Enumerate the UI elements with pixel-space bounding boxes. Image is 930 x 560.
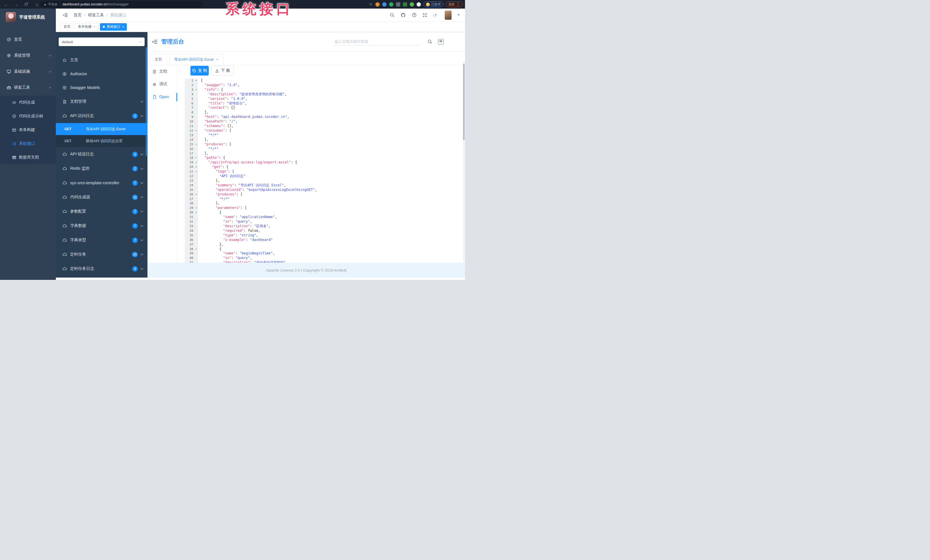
code-editor[interactable]: 1▾{2"swagger": "2.0",3▾"info": {4"descri… bbox=[185, 78, 463, 263]
extension-icon[interactable] bbox=[417, 2, 421, 6]
swagger-menu-item-字典数据[interactable]: 字典数据7 bbox=[56, 219, 148, 233]
fold-icon[interactable]: ▾ bbox=[195, 169, 197, 174]
fold-icon[interactable]: ▾ bbox=[195, 160, 197, 165]
not-secure-warning[interactable]: ▲ 不安全 bbox=[43, 2, 57, 6]
scrollbar-thumb[interactable] bbox=[463, 63, 465, 140]
breadcrumb-item[interactable]: 首页 bbox=[74, 12, 82, 18]
browser-menu-icon[interactable]: ⋮ bbox=[456, 2, 460, 6]
doc-search-input[interactable] bbox=[334, 38, 420, 46]
swagger-menu-item-主页[interactable]: 主页 bbox=[56, 53, 148, 67]
forward-icon[interactable]: → bbox=[14, 2, 19, 7]
bookmark-star-icon[interactable]: ☆ bbox=[369, 2, 373, 7]
swagger-menu-item-定时任务[interactable]: 定时任务10 bbox=[56, 247, 148, 262]
line-number: 5 bbox=[185, 97, 198, 101]
sidebar-item-数据库文档[interactable]: 数据库文档 bbox=[0, 150, 56, 164]
swagger-menu-item-Redis 监控[interactable]: Redis 监控2 bbox=[56, 161, 148, 176]
swagger-menu-item-字典类型[interactable]: 字典类型7 bbox=[56, 233, 148, 247]
api-item-获得API 访问日志分页[interactable]: GET获得API 访问日志分页 bbox=[56, 135, 148, 147]
breadcrumb-item[interactable]: 研发工具 bbox=[88, 12, 104, 18]
address-bar[interactable]: ▲ 不安全 dashboard.yudao.iocoder.cn/tool/sw… bbox=[40, 1, 202, 8]
swagger-menu-item-岗位[interactable]: 岗位 bbox=[56, 276, 148, 278]
fold-icon[interactable]: ▾ bbox=[195, 206, 197, 210]
code-text: "name": "beginBeginTime", bbox=[198, 251, 275, 256]
fold-icon[interactable]: ▾ bbox=[195, 87, 197, 92]
fold-icon[interactable]: ▾ bbox=[195, 156, 197, 160]
tab-label: 主页 bbox=[155, 57, 162, 62]
hamburger-icon[interactable] bbox=[63, 12, 68, 18]
swagger-menu-item-API 错误日志[interactable]: API 错误日志3 bbox=[56, 147, 148, 161]
line-number: 1▾ bbox=[185, 78, 198, 83]
sidebar-item-代码生成[interactable]: 代码生成 bbox=[0, 95, 56, 109]
back-icon[interactable]: ← bbox=[3, 2, 9, 7]
swagger-menu-item-Authorize[interactable]: Authorize bbox=[56, 67, 148, 81]
fold-icon[interactable]: ▾ bbox=[195, 192, 197, 197]
extension-icon[interactable] bbox=[403, 2, 407, 6]
swagger-menu-item-Swagger Models[interactable]: Swagger Models bbox=[56, 81, 148, 94]
profile-paused-badge[interactable]: 已暂停 bbox=[423, 2, 443, 7]
swagger-menu-item-文档管理[interactable]: 文档管理 bbox=[56, 94, 148, 109]
font-size-icon[interactable]: tT bbox=[433, 13, 439, 17]
doc-side-tab-Open[interactable]: Open bbox=[148, 91, 177, 103]
sidebar-scrollbar[interactable] bbox=[146, 47, 147, 156]
extension-icon[interactable] bbox=[410, 2, 414, 6]
api-group-select[interactable]: default bbox=[59, 37, 145, 46]
tag-表单构建[interactable]: 表单构建× bbox=[75, 23, 98, 31]
copy-button[interactable]: 复 制 bbox=[190, 66, 209, 75]
close-icon[interactable]: × bbox=[216, 57, 219, 61]
menu-item-label: sys-sms-template-controller bbox=[70, 181, 129, 185]
close-icon[interactable]: × bbox=[122, 25, 124, 29]
doc-side-tab-文档[interactable]: 文档 bbox=[148, 65, 177, 78]
fold-icon[interactable]: ▾ bbox=[195, 210, 197, 215]
sidebar-item-系统管理[interactable]: 系统管理 bbox=[0, 48, 56, 63]
close-icon[interactable]: × bbox=[93, 25, 95, 29]
line-number: 7 bbox=[185, 106, 198, 110]
page-scrollbar[interactable] bbox=[463, 61, 465, 262]
sidebar-item-代码生成示例[interactable]: 代码生成示例 bbox=[0, 109, 56, 123]
swagger-menu-item-参数配置[interactable]: 参数配置7 bbox=[56, 204, 148, 219]
swagger-menu-item-sys-sms-template-controller[interactable]: sys-sms-template-controller7 bbox=[56, 176, 148, 190]
doc-tab-主页[interactable]: 主页 bbox=[150, 54, 167, 65]
search-icon[interactable] bbox=[428, 39, 433, 44]
language-layout-icon[interactable]: 中 bbox=[438, 39, 444, 44]
api-item-导出API 访问日志 Excel[interactable]: GET导出API 访问日志 Excel bbox=[56, 123, 148, 135]
sidebar-item-基础设施[interactable]: 基础设施 bbox=[0, 63, 56, 80]
swagger-menu-item-API 访问日志[interactable]: API 访问日志2 bbox=[56, 109, 148, 123]
doc-side-tab-调试[interactable]: 调试 bbox=[148, 78, 177, 91]
sidebar-item-首页[interactable]: 首页 bbox=[0, 31, 56, 48]
extension-icon[interactable] bbox=[376, 2, 380, 6]
fold-icon[interactable]: ▾ bbox=[195, 247, 197, 252]
reload-icon[interactable] bbox=[24, 2, 29, 6]
sidebar-item-label: 系统接口 bbox=[19, 141, 51, 146]
fullscreen-icon[interactable] bbox=[423, 13, 427, 17]
code-text: ], bbox=[198, 138, 208, 142]
sidebar-item-研发工具[interactable]: 研发工具 bbox=[0, 80, 56, 95]
search-icon[interactable] bbox=[390, 12, 394, 17]
sidebar-item-表单构建[interactable]: 表单构建 bbox=[0, 123, 56, 137]
chevron-down-icon[interactable] bbox=[457, 14, 460, 16]
help-icon[interactable] bbox=[412, 12, 417, 17]
tab-label: 导出API 访问日志 Excel bbox=[174, 57, 214, 62]
download-button[interactable]: 下 载 bbox=[211, 66, 234, 75]
line-number: 31 bbox=[185, 215, 198, 219]
fold-icon[interactable]: ▾ bbox=[195, 129, 197, 133]
tag-首页[interactable]: 首页 bbox=[61, 23, 73, 31]
swagger-menu-item-定时任务日志[interactable]: 定时任务日志4 bbox=[56, 262, 148, 276]
github-icon[interactable] bbox=[400, 12, 406, 18]
sidebar-item-系统接口[interactable]: 系统接口 bbox=[0, 137, 56, 150]
code-line: 26▾"produces": [ bbox=[185, 192, 463, 197]
home-icon[interactable]: ⌂ bbox=[34, 2, 40, 7]
swagger-menu-item-代码生成器[interactable]: 代码生成器11 bbox=[56, 190, 148, 204]
footer: Apache License 2.0 | Copyright © 2019-Kn… bbox=[148, 263, 465, 278]
extension-icon[interactable] bbox=[382, 2, 386, 6]
collapse-menu-icon[interactable] bbox=[152, 39, 157, 44]
user-avatar[interactable] bbox=[445, 11, 451, 20]
extension-icon[interactable] bbox=[396, 2, 400, 6]
tag-系统接口[interactable]: 系统接口× bbox=[100, 23, 127, 31]
fold-icon[interactable]: ▾ bbox=[195, 142, 197, 147]
doc-tab-导出API 访问日志 Excel[interactable]: 导出API 访问日志 Excel× bbox=[169, 54, 223, 65]
extension-icon[interactable] bbox=[389, 2, 393, 6]
code-line: 5"version": "1.0.0", bbox=[185, 97, 463, 101]
fold-icon[interactable]: ▾ bbox=[195, 165, 197, 169]
update-button[interactable]: 更新 ⋮ bbox=[446, 2, 463, 7]
fold-icon[interactable]: ▾ bbox=[195, 78, 197, 83]
